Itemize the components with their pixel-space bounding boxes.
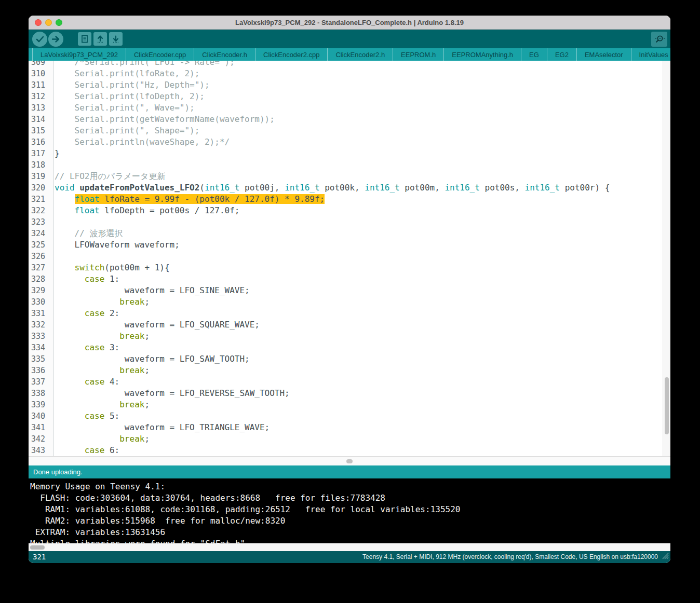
code-line-323[interactable] bbox=[53, 216, 663, 228]
vertical-scrollbar-thumb[interactable] bbox=[665, 377, 669, 434]
horizontal-scrollbar[interactable] bbox=[29, 456, 670, 465]
code-line-336[interactable]: break; bbox=[53, 365, 663, 376]
tab-EEPROMAnything.h[interactable]: EEPROMAnything.h bbox=[444, 48, 521, 61]
code-line-340[interactable]: case 5: bbox=[53, 410, 663, 422]
line-number: 310 bbox=[29, 68, 53, 79]
console-scrollbar-thumb[interactable] bbox=[30, 545, 45, 550]
code-line-319[interactable]: // LFO2用のパラメータ更新 bbox=[53, 171, 663, 182]
code-line-315[interactable]: Serial.print(", Shape="); bbox=[53, 125, 663, 136]
line-number: 318 bbox=[29, 159, 53, 171]
line-number: 338 bbox=[29, 388, 53, 399]
status-message: Done uploading. bbox=[33, 468, 83, 476]
toolbar bbox=[29, 30, 670, 48]
code-line-326[interactable] bbox=[53, 251, 663, 262]
line-number: 334 bbox=[29, 342, 53, 353]
code-line-334[interactable]: case 3: bbox=[53, 342, 663, 353]
tab-LaVoixski9p73_PCM_292[interactable]: LaVoixski9p73_PCM_292 bbox=[32, 48, 126, 61]
code-line-320[interactable]: void updateFromPotValues_LFO2(int16_t po… bbox=[53, 182, 663, 194]
line-number: 320 bbox=[29, 182, 53, 194]
code-line-312[interactable]: Serial.print(lfoDepth, 2); bbox=[53, 91, 663, 102]
code-line-316[interactable]: Serial.println(waveShape, 2);*/ bbox=[53, 136, 663, 148]
editor-code-area[interactable]: /*Serial.print("LFO1 -> Rate="); Serial.… bbox=[53, 61, 663, 456]
resize-grip-icon[interactable] bbox=[662, 552, 669, 561]
line-number: 330 bbox=[29, 296, 53, 308]
cursor-line-indicator: 321 bbox=[33, 551, 46, 563]
code-line-324[interactable]: // 波形選択 bbox=[53, 228, 663, 239]
magnifier-icon bbox=[654, 34, 665, 45]
code-line-339[interactable]: break; bbox=[53, 399, 663, 410]
code-line-314[interactable]: Serial.print(getWaveformName(waveform)); bbox=[53, 114, 663, 125]
code-line-329[interactable]: waveform = LFO_SINE_WAVE; bbox=[53, 285, 663, 296]
tab-ClickEncoder.cpp[interactable]: ClickEncoder.cpp bbox=[126, 48, 194, 61]
open-button[interactable] bbox=[93, 32, 107, 46]
tab-EEPROM.h[interactable]: EEPROM.h bbox=[393, 48, 444, 61]
upload-button[interactable] bbox=[48, 32, 63, 47]
code-line-332[interactable]: waveform = LFO_SQUARE_WAVE; bbox=[53, 319, 663, 331]
code-line-331[interactable]: case 2: bbox=[53, 308, 663, 319]
code-line-343[interactable]: case 6: bbox=[53, 445, 663, 456]
line-number: 331 bbox=[29, 308, 53, 319]
code-line-317[interactable]: } bbox=[53, 148, 663, 159]
code-editor[interactable]: 3093103113123133143153163173183193203213… bbox=[29, 61, 670, 456]
code-line-325[interactable]: LFOWaveform waveform; bbox=[53, 239, 663, 251]
line-number: 309 bbox=[29, 61, 53, 68]
code-line-342[interactable]: break; bbox=[53, 433, 663, 445]
line-number: 321 bbox=[29, 194, 53, 205]
console-line: FLASH: code:303604, data:30764, headers:… bbox=[30, 492, 670, 504]
code-line-311[interactable]: Serial.print("Hz, Depth="); bbox=[53, 79, 663, 91]
line-number: 322 bbox=[29, 205, 53, 216]
code-line-328[interactable]: case 1: bbox=[53, 273, 663, 285]
tab-EMAselector[interactable]: EMAselector bbox=[577, 48, 631, 61]
code-line-310[interactable]: Serial.print(lfoRate, 2); bbox=[53, 68, 663, 79]
horizontal-scrollbar-thumb[interactable] bbox=[346, 459, 353, 463]
save-button[interactable] bbox=[109, 32, 123, 46]
tab-ClickEncoder.h[interactable]: ClickEncoder.h bbox=[194, 48, 255, 61]
line-number: 317 bbox=[29, 148, 53, 159]
code-line-322[interactable]: float lfoDepth = pot00s / 127.0f; bbox=[53, 205, 663, 216]
line-number: 326 bbox=[29, 251, 53, 262]
line-number: 339 bbox=[29, 399, 53, 410]
line-number: 343 bbox=[29, 445, 53, 456]
code-line-335[interactable]: waveform = LFO_SAW_TOOTH; bbox=[53, 353, 663, 365]
code-line-313[interactable]: Serial.print(", Wave="); bbox=[53, 102, 663, 114]
serial-monitor-button[interactable] bbox=[651, 32, 667, 47]
code-line-309[interactable]: /*Serial.print("LFO1 -> Rate="); bbox=[53, 61, 663, 68]
tab-EG2[interactable]: EG2 bbox=[547, 48, 577, 61]
vertical-scrollbar[interactable] bbox=[663, 61, 670, 456]
code-line-341[interactable]: waveform = LFO_TRIANGLE_WAVE; bbox=[53, 422, 663, 433]
tab-ClickEncoder2.h[interactable]: ClickEncoder2.h bbox=[328, 48, 393, 61]
code-line-318[interactable] bbox=[53, 159, 663, 171]
arduino-ide-window: LaVoixski9p73_PCM_292 - StandaloneLFO_Co… bbox=[29, 16, 670, 563]
line-number: 342 bbox=[29, 433, 53, 445]
code-line-330[interactable]: break; bbox=[53, 296, 663, 308]
console-line: RAM2: variables:515968 free for malloc/n… bbox=[30, 515, 670, 527]
line-number: 333 bbox=[29, 331, 53, 342]
line-number: 312 bbox=[29, 91, 53, 102]
line-number: 340 bbox=[29, 410, 53, 422]
line-number: 311 bbox=[29, 79, 53, 91]
line-number: 315 bbox=[29, 125, 53, 136]
tab-InitValues[interactable]: InitValues bbox=[631, 48, 670, 61]
title-bar[interactable]: LaVoixski9p73_PCM_292 - StandaloneLFO_Co… bbox=[29, 16, 670, 30]
code-line-337[interactable]: case 4: bbox=[53, 376, 663, 388]
code-line-333[interactable]: break; bbox=[53, 331, 663, 342]
arrow-down-icon bbox=[111, 34, 120, 44]
console-line: Memory Usage on Teensy 4.1: bbox=[30, 481, 670, 492]
new-sketch-button[interactable] bbox=[78, 32, 91, 46]
tab-EG[interactable]: EG bbox=[521, 48, 547, 61]
line-number: 325 bbox=[29, 239, 53, 251]
console-output[interactable]: Memory Usage on Teensy 4.1: FLASH: code:… bbox=[29, 478, 670, 543]
line-number: 314 bbox=[29, 114, 53, 125]
verify-button[interactable] bbox=[32, 32, 47, 47]
console-scrollbar[interactable] bbox=[29, 543, 670, 551]
code-line-327[interactable]: switch(pot00m + 1){ bbox=[53, 262, 663, 273]
code-line-321[interactable]: float lfoRate = 9.99f - (pot00k / 127.0f… bbox=[53, 194, 663, 205]
code-line-338[interactable]: waveform = LFO_REVERSE_SAW_TOOTH; bbox=[53, 388, 663, 399]
tab-ClickEncoder2.cpp[interactable]: ClickEncoder2.cpp bbox=[255, 48, 328, 61]
gutter-lines: 3093103113123133143153163173183193203213… bbox=[29, 61, 53, 456]
editor-gutter: 3093103113123133143153163173183193203213… bbox=[29, 61, 53, 456]
line-number: 313 bbox=[29, 102, 53, 114]
console-line: EXTRAM: variables:13631456 bbox=[30, 527, 670, 538]
line-number: 323 bbox=[29, 216, 53, 228]
console-line: Multiple libraries were found for "SdFat… bbox=[30, 538, 670, 543]
